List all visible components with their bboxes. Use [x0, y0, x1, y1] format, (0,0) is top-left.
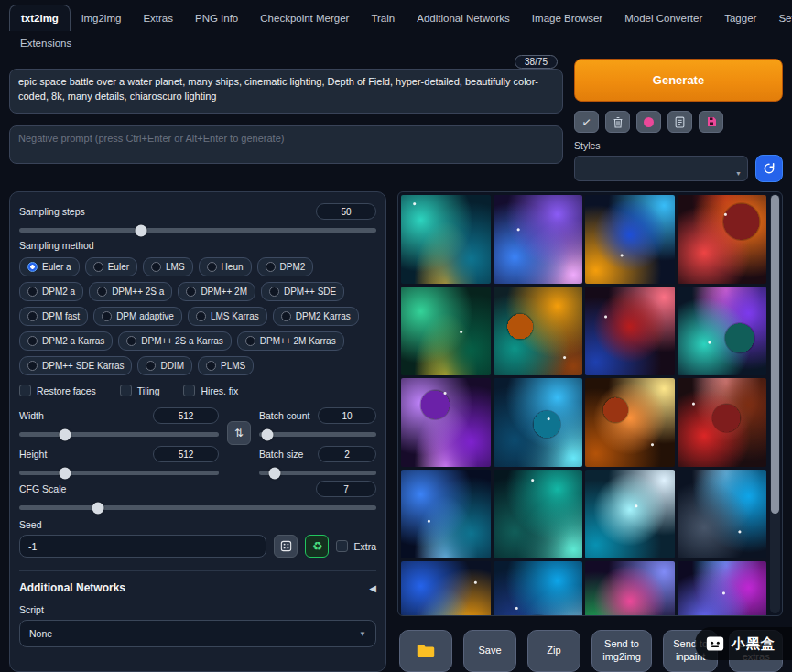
extra-seed-checkbox[interactable]: Extra — [336, 540, 376, 552]
radio-dot-icon — [27, 336, 38, 346]
styles-label: Styles — [574, 140, 783, 151]
batch-count-slider[interactable] — [259, 432, 376, 437]
folder-icon — [417, 644, 435, 658]
sampler-radio-euler-a[interactable]: Euler a — [19, 257, 80, 276]
sampler-radio-dpm-sde[interactable]: DPM++ SDE — [261, 282, 344, 301]
tab-tagger[interactable]: Tagger — [713, 5, 767, 31]
sampling-steps-slider[interactable] — [19, 228, 376, 233]
restore-faces-checkbox[interactable]: Restore faces — [19, 385, 96, 396]
gallery-image-7[interactable] — [585, 287, 675, 375]
gallery-image-9[interactable] — [401, 378, 491, 467]
radio-dot-icon — [207, 262, 217, 272]
gallery-image-10[interactable] — [494, 378, 583, 467]
gallery-image-11[interactable] — [585, 378, 675, 467]
paste-params-button[interactable]: ↙ — [574, 111, 599, 133]
styles-dropdown[interactable]: ▼ — [574, 156, 748, 181]
generate-column: Generate ↙ Styles — [574, 56, 783, 182]
sampler-radio-ddim[interactable]: DDIM — [137, 356, 192, 375]
gallery-image-19[interactable] — [585, 561, 675, 615]
gallery-image-14[interactable] — [494, 470, 583, 558]
zip-button[interactable]: Zip — [527, 630, 580, 672]
tab-model-converter[interactable]: Model Converter — [613, 5, 713, 31]
gallery-image-20[interactable] — [678, 561, 767, 615]
gallery-image-18[interactable] — [494, 561, 583, 615]
open-folder-button[interactable] — [399, 630, 452, 672]
height-value[interactable]: 512 — [153, 446, 219, 462]
gallery-image-15[interactable] — [585, 470, 675, 558]
tab-txt2img[interactable]: txt2img — [9, 5, 71, 31]
refresh-styles-button[interactable] — [755, 155, 783, 182]
tab-extras[interactable]: Extras — [132, 5, 184, 31]
gallery-scrollbar[interactable] — [770, 194, 780, 613]
gallery-image-2[interactable] — [494, 195, 583, 284]
width-value[interactable]: 512 — [153, 407, 219, 424]
save-style-button[interactable] — [699, 111, 723, 133]
prompt-input[interactable]: epic space battle over a water planet, m… — [9, 69, 563, 114]
tab-additional-networks[interactable]: Additional Networks — [406, 5, 521, 31]
sampler-radio-euler[interactable]: Euler — [85, 257, 137, 276]
cfg-scale-value[interactable]: 7 — [316, 481, 376, 497]
negative-prompt-input[interactable] — [9, 125, 563, 164]
apply-style-button[interactable] — [667, 111, 692, 133]
generate-button[interactable]: Generate — [574, 59, 783, 102]
width-slider[interactable] — [19, 432, 219, 437]
gallery-image-5[interactable] — [401, 287, 491, 375]
cfg-scale-slider[interactable] — [19, 505, 376, 510]
sampler-radio-dpm-sde-karras[interactable]: DPM++ SDE Karras — [19, 356, 132, 375]
refresh-icon — [763, 162, 776, 175]
tiling-checkbox[interactable]: Tiling — [120, 385, 160, 396]
script-dropdown[interactable]: None ▼ — [19, 620, 376, 647]
gallery-image-1[interactable] — [401, 195, 491, 284]
gallery-scrollbar-thumb[interactable] — [771, 195, 779, 514]
sampler-radio-lms-karras[interactable]: LMS Karras — [188, 307, 267, 326]
sampler-radio-dpm-2m-karras[interactable]: DPM++ 2M Karras — [237, 331, 344, 351]
extra-networks-icon — [644, 117, 654, 127]
sampler-radio-dpm-fast[interactable]: DPM fast — [19, 307, 88, 326]
sampler-radio-dpm2-a[interactable]: DPM2 a — [19, 282, 83, 301]
collapse-arrow-icon[interactable]: ◀ — [369, 583, 376, 593]
sampler-radio-dpm-adaptive[interactable]: DPM adaptive — [93, 307, 182, 326]
tab-train[interactable]: Train — [360, 5, 406, 31]
height-slider[interactable] — [19, 471, 219, 475]
sampler-radio-dpm-2m[interactable]: DPM++ 2M — [178, 282, 255, 301]
batch-count-value[interactable]: 10 — [318, 407, 376, 424]
sampler-radio-plms[interactable]: PLMS — [198, 356, 254, 375]
sampler-radio-dpm2-a-karras[interactable]: DPM2 a Karras — [19, 331, 113, 351]
batch-size-slider[interactable] — [259, 471, 376, 475]
hires-fix-checkbox[interactable]: Hires. fix — [183, 385, 238, 396]
gallery-image-17[interactable] — [401, 561, 491, 615]
radio-dot-icon — [269, 287, 279, 297]
gallery-image-3[interactable] — [585, 195, 675, 284]
gallery-image-12[interactable] — [678, 378, 767, 467]
sampler-radio-dpm-2s-a-karras[interactable]: DPM++ 2S a Karras — [118, 331, 231, 351]
gallery-image-13[interactable] — [401, 470, 491, 558]
tab-image-browser[interactable]: Image Browser — [521, 5, 613, 31]
sampler-radio-dpm2[interactable]: DPM2 — [257, 257, 314, 276]
reuse-seed-button[interactable]: ♻ — [305, 535, 329, 558]
gallery-image-16[interactable] — [678, 470, 767, 558]
seed-input[interactable]: -1 — [19, 535, 266, 558]
gallery-image-6[interactable] — [494, 287, 583, 375]
tab-img2img[interactable]: img2img — [71, 5, 132, 31]
tab-checkpoint-merger[interactable]: Checkpoint Merger — [249, 5, 360, 31]
gallery-image-8[interactable] — [678, 287, 767, 375]
extra-networks-button[interactable] — [636, 111, 661, 133]
seed-label: Seed — [19, 519, 376, 530]
gallery-image-4[interactable] — [678, 195, 767, 284]
tab-png-info[interactable]: PNG Info — [184, 5, 249, 31]
clear-prompt-button[interactable] — [605, 111, 630, 133]
prompt-tool-row: ↙ — [574, 111, 783, 133]
random-seed-button[interactable] — [274, 535, 298, 558]
batch-size-value[interactable]: 2 — [318, 446, 376, 462]
tab-settings[interactable]: Settings — [767, 5, 792, 31]
save-button[interactable]: Save — [463, 630, 516, 672]
sampler-radio-heun[interactable]: Heun — [199, 257, 252, 276]
sampler-radio-dpm-2s-a[interactable]: DPM++ 2S a — [89, 282, 172, 301]
sampler-radio-dpm2-karras[interactable]: DPM2 Karras — [273, 307, 359, 326]
swap-width-height-button[interactable]: ⇅ — [227, 421, 251, 445]
main-region: Sampling steps 50 Sampling method Euler … — [0, 190, 792, 672]
send-to-img2img-button[interactable]: Send to img2img — [591, 630, 652, 672]
tab-extensions[interactable]: Extensions — [9, 31, 82, 54]
sampling-steps-value[interactable]: 50 — [316, 203, 376, 220]
sampler-radio-lms[interactable]: LMS — [143, 257, 193, 276]
